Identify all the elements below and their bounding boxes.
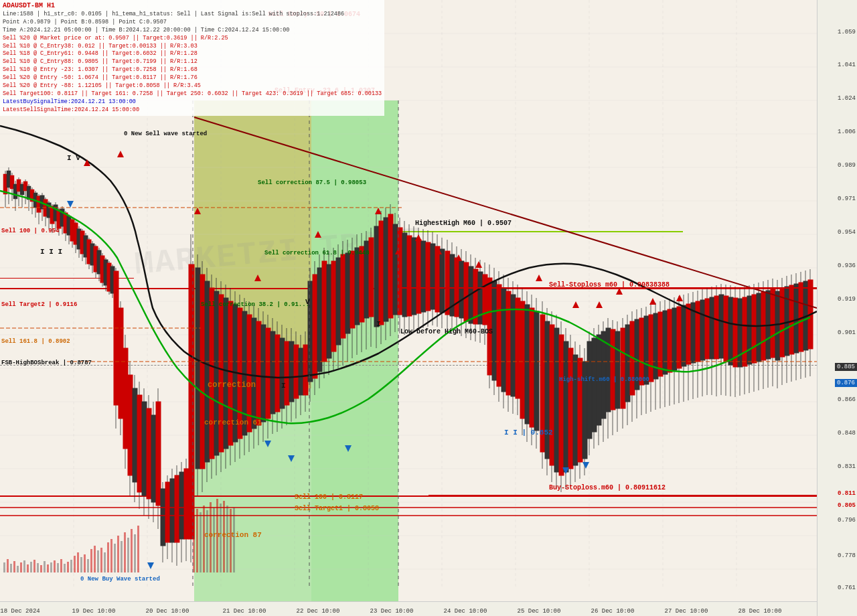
- svg-marker-464: [147, 562, 154, 569]
- svg-rect-276: [416, 240, 421, 313]
- low-before-high-label: Low before High M60-BOS: [400, 328, 493, 335]
- info-line-9: Sell %20 @ Entry -50: 1.0674 || Target:0…: [3, 74, 382, 82]
- sell-correction-87-label: Sell correction 87.5 | 0.98053: [258, 179, 366, 186]
- new-sell-wave-label: 0 New Sell wave started: [124, 131, 207, 137]
- svg-marker-445: [194, 208, 201, 214]
- svg-rect-53: [90, 549, 92, 572]
- svg-rect-382: [668, 309, 672, 372]
- svg-rect-164: [151, 415, 156, 502]
- svg-rect-220: [285, 341, 289, 405]
- svg-rect-282: [431, 244, 435, 309]
- svg-rect-168: [161, 489, 165, 546]
- chart-container: ADAUSDT-BM H1 Line:1588 | h1_str_c0: 0.0…: [0, 0, 857, 616]
- svg-rect-326: [534, 311, 539, 431]
- svg-rect-162: [147, 408, 151, 499]
- svg-rect-158: [137, 395, 142, 492]
- sell-stoploss-label: Sell-Stoploss m60 | 0.90838388: [549, 281, 670, 289]
- svg-rect-388: [682, 305, 686, 366]
- svg-rect-154: [128, 375, 133, 475]
- svg-rect-398: [705, 299, 710, 359]
- svg-rect-340: [568, 348, 573, 469]
- svg-rect-436: [794, 284, 799, 353]
- iv-label: I V: [67, 154, 80, 162]
- i-label-dec22: I: [281, 382, 286, 390]
- svg-rect-408: [728, 297, 733, 365]
- svg-rect-280: [426, 242, 431, 311]
- svg-rect-222: [289, 341, 294, 402]
- svg-rect-266: [393, 224, 398, 315]
- svg-marker-466: [582, 462, 589, 469]
- svg-rect-210: [261, 325, 266, 422]
- sell-100-bottom-label: Sell 100 | 0.8117: [295, 493, 363, 501]
- time-dec22: 22 Dec 10:00: [297, 608, 340, 615]
- svg-rect-150: [119, 308, 123, 418]
- svg-rect-256: [369, 238, 374, 317]
- svg-rect-51: [84, 554, 86, 572]
- price-0848: 0.848: [838, 430, 856, 437]
- sell-correction-61-label: Sell correction 61.8 | 0.9448: [264, 250, 370, 256]
- highest-high-label: HighestHigh M60 | 0.9507: [415, 220, 512, 227]
- svg-rect-360: [615, 331, 620, 408]
- svg-marker-446: [254, 275, 261, 281]
- svg-marker-463: [345, 445, 352, 452]
- svg-rect-44: [60, 559, 62, 572]
- svg-rect-416: [747, 296, 752, 364]
- svg-rect-152: [123, 348, 128, 449]
- price-0919: 0.919: [838, 296, 856, 303]
- svg-rect-434: [789, 285, 794, 354]
- svg-rect-54: [94, 546, 96, 572]
- svg-rect-55: [97, 550, 99, 572]
- price-0954: 0.954: [838, 229, 856, 236]
- high-shift-label: High-shift.m60 | 0.880000: [559, 376, 649, 383]
- info-line-6: Sell %18 @ C_Entry61: 0.9448 || Target:0…: [3, 50, 382, 58]
- time-axis: 18 Dec 2024 19 Dec 10:00 20 Dec 10:00 21…: [0, 601, 817, 616]
- svg-rect-212: [266, 328, 270, 418]
- svg-rect-288: [445, 251, 450, 315]
- price-0989: 0.989: [838, 162, 856, 169]
- svg-rect-344: [578, 358, 582, 462]
- svg-rect-72: [206, 510, 208, 572]
- svg-rect-286: [440, 249, 445, 313]
- svg-rect-28: [7, 559, 9, 572]
- svg-rect-432: [785, 287, 789, 356]
- svg-rect-47: [70, 560, 72, 572]
- info-line-4: Sell %20 @ Market price or at: 0.9507 ||…: [3, 35, 382, 43]
- svg-rect-30: [13, 561, 15, 572]
- svg-rect-334: [554, 328, 559, 472]
- svg-rect-294: [459, 261, 464, 318]
- svg-rect-314: [506, 291, 511, 395]
- svg-rect-31: [17, 566, 19, 572]
- svg-rect-228: [303, 345, 308, 395]
- svg-rect-412: [738, 299, 743, 367]
- svg-rect-376: [653, 313, 658, 379]
- svg-rect-264: [388, 214, 393, 318]
- correction-87-label: correction 87: [204, 531, 262, 539]
- svg-rect-248: [350, 251, 355, 328]
- svg-rect-29: [10, 564, 12, 572]
- price-1006: 1.006: [838, 129, 856, 135]
- svg-rect-40: [47, 564, 49, 572]
- svg-rect-394: [696, 301, 700, 362]
- svg-rect-50: [80, 557, 82, 572]
- sell-161-label: Sell 161.8 | 0.8902: [1, 338, 70, 345]
- svg-rect-404: [719, 295, 724, 358]
- svg-rect-166: [156, 402, 161, 506]
- candles-dec27: [540, 301, 620, 492]
- time-dec27: 27 Dec 10:00: [665, 608, 708, 615]
- svg-rect-342: [573, 355, 578, 465]
- svg-rect-190: [214, 291, 219, 455]
- info-panel: ADAUSDT-BM H1 Line:1588 | h1_str_c0: 0.0…: [0, 0, 384, 116]
- svg-rect-34: [27, 564, 29, 572]
- info-line-11: Sell Target100: 0.8117 || Target 161: 0.…: [3, 90, 382, 98]
- svg-marker-454: [536, 275, 542, 281]
- time-dec20: 20 Dec 10:00: [146, 608, 189, 615]
- svg-rect-33: [23, 560, 25, 572]
- svg-rect-218: [280, 338, 285, 408]
- svg-rect-348: [587, 341, 592, 439]
- svg-rect-230: [308, 281, 313, 382]
- iii-label: I I I: [40, 248, 62, 256]
- price-0761: 0.761: [838, 585, 856, 591]
- svg-rect-400: [710, 297, 714, 359]
- time-dec21: 21 Dec 10:00: [223, 608, 266, 615]
- svg-rect-49: [77, 552, 79, 572]
